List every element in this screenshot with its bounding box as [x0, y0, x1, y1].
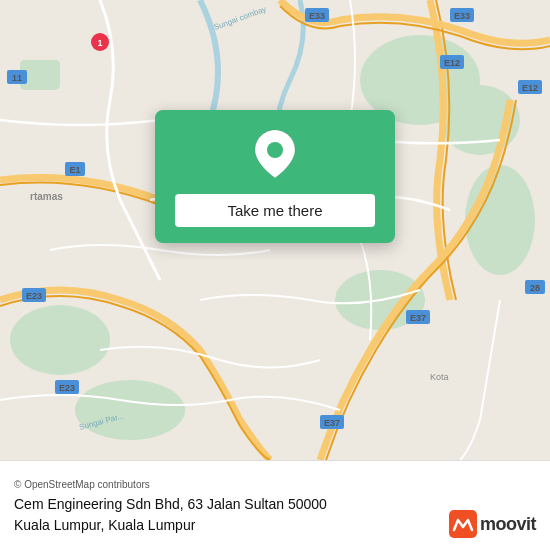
- map-pin-icon: [253, 128, 297, 184]
- map-attribution: © OpenStreetMap contributors: [14, 479, 536, 490]
- svg-text:E23: E23: [59, 383, 75, 393]
- svg-text:11: 11: [12, 73, 22, 83]
- bottom-info-bar: © OpenStreetMap contributors Cem Enginee…: [0, 460, 550, 550]
- svg-point-6: [75, 380, 185, 440]
- svg-text:E33: E33: [454, 11, 470, 21]
- moovit-brand-text: moovit: [480, 514, 536, 535]
- svg-text:E37: E37: [410, 313, 426, 323]
- moovit-brand-icon: [449, 510, 477, 538]
- location-card: Take me there: [155, 110, 395, 243]
- svg-text:1: 1: [97, 38, 102, 48]
- svg-text:E1: E1: [69, 165, 80, 175]
- map-view: E1 E12 E12 E23 E23 E37 E37 E33 E33 28 11: [0, 0, 550, 460]
- svg-text:E33: E33: [309, 11, 325, 21]
- svg-text:E12: E12: [444, 58, 460, 68]
- svg-text:28: 28: [530, 283, 540, 293]
- take-me-there-button[interactable]: Take me there: [175, 194, 375, 227]
- svg-rect-37: [449, 510, 477, 538]
- svg-point-36: [267, 142, 283, 158]
- svg-point-3: [10, 305, 110, 375]
- svg-text:E37: E37: [324, 418, 340, 428]
- svg-text:Kota: Kota: [430, 372, 449, 382]
- moovit-logo: moovit: [449, 510, 536, 538]
- svg-text:rtamas: rtamas: [30, 191, 63, 202]
- svg-text:E12: E12: [522, 83, 538, 93]
- svg-text:E23: E23: [26, 291, 42, 301]
